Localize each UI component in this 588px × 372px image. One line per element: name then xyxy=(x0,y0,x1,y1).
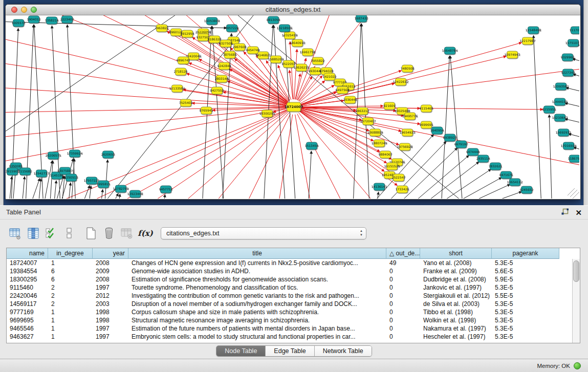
network-node-2036448[interactable]: 2036448 xyxy=(343,96,357,103)
close-panel-icon[interactable]: ✕ xyxy=(575,209,582,217)
right-collapsed-panel[interactable] xyxy=(583,0,588,205)
network-node-9242848[interactable]: 9242848 xyxy=(217,62,231,70)
network-node-7955822[interactable]: 7955822 xyxy=(311,57,325,64)
network-node-8938923[interactable]: 8938923 xyxy=(443,134,457,141)
window-titlebar[interactable]: citations_edges.txt xyxy=(6,5,580,15)
network-node-18807249[interactable]: 18807249 xyxy=(372,140,387,147)
column-header-short[interactable]: short xyxy=(420,248,492,259)
network-node-6497568[interactable]: 6497568 xyxy=(336,86,350,94)
table-settings-icon[interactable]: ⚙ xyxy=(7,226,24,241)
network-node-19654923[interactable]: 19654923 xyxy=(400,129,416,136)
network-node-1250513[interactable]: 1250513 xyxy=(64,174,78,181)
network-node-14136141[interactable]: 14136141 xyxy=(372,183,387,190)
network-node-9329966[interactable]: 9329966 xyxy=(561,54,575,61)
network-node-12942717[interactable]: 12942717 xyxy=(34,170,50,177)
network-node-1640954[interactable]: 1640954 xyxy=(430,127,444,134)
network-node-15720407[interactable]: 15720407 xyxy=(360,118,376,125)
network-node-7857224[interactable]: 7857224 xyxy=(225,25,239,32)
network-node-1904012[interactable]: 1904012 xyxy=(27,16,41,23)
column-header-name[interactable]: name xyxy=(7,248,48,259)
network-node-8813054[interactable]: 8813054 xyxy=(267,16,280,24)
network-node-1005572[interactable]: 1005572 xyxy=(12,19,26,27)
network-node-10974943[interactable]: 10974943 xyxy=(505,51,520,58)
network-node-12923448[interactable]: 12923448 xyxy=(127,190,143,198)
network-node-16053809[interactable]: 16053809 xyxy=(204,17,220,25)
resize-grip-icon[interactable] xyxy=(570,190,577,197)
network-node-16151525[interactable]: 16151525 xyxy=(384,163,400,170)
network-node-20206575[interactable]: 20206575 xyxy=(46,152,61,159)
network-node-2935114[interactable]: 2935114 xyxy=(476,155,490,162)
network-node-15751074[interactable]: 15751074 xyxy=(565,39,579,47)
column-header-pagerank[interactable]: pagerank xyxy=(492,248,559,259)
network-node-16782759[interactable]: 16782759 xyxy=(113,185,129,192)
function-builder-icon[interactable]: f(x) xyxy=(137,226,154,241)
table-row[interactable]: 2242004622012Investigating the contribut… xyxy=(7,292,573,300)
network-node-1117074[interactable]: 1117074 xyxy=(570,27,579,34)
column-header-year[interactable]: year xyxy=(93,248,128,259)
network-node-11548498[interactable]: 11548498 xyxy=(526,27,541,34)
network-node-12093582[interactable]: 12093582 xyxy=(553,83,569,90)
network-node-9699695[interactable]: 9699695 xyxy=(420,121,433,128)
network-node-1513454[interactable]: 1513454 xyxy=(305,142,319,149)
network-node-12444195[interactable]: 12444195 xyxy=(552,98,568,105)
network-node-3915901[interactable]: 3915901 xyxy=(6,168,19,175)
table-selector[interactable]: citations_edges.txt ▲▼ xyxy=(161,227,366,239)
network-node-8912954[interactable]: 8912954 xyxy=(181,30,194,37)
network-node-16961758[interactable]: 16961758 xyxy=(300,49,316,56)
network-node-9457712[interactable]: 9457712 xyxy=(159,186,173,193)
network-node-9115460[interactable]: 9115460 xyxy=(420,105,433,112)
table-row[interactable]: 1938455462009Genome-wide association stu… xyxy=(7,267,573,275)
new-table-icon[interactable] xyxy=(83,226,99,241)
network-node-3875685[interactable]: 3875685 xyxy=(223,51,237,58)
float-window-icon[interactable] xyxy=(561,208,569,218)
scrollbar-thumb[interactable] xyxy=(573,260,579,282)
network-node-18640910[interactable]: 18640910 xyxy=(290,39,306,47)
network-node-2620650[interactable]: 2620650 xyxy=(101,151,115,158)
network-node-17359924[interactable]: 17359924 xyxy=(67,150,83,157)
column-header-in_degree[interactable]: in_degree xyxy=(48,248,93,259)
network-node-12325419[interactable]: 12325419 xyxy=(282,32,298,39)
network-node-821609[interactable]: 821609 xyxy=(384,102,396,110)
network-node-12217987[interactable]: 12217987 xyxy=(520,37,536,45)
table-row[interactable]: 911546021997Tourette syndrome. Phenomeno… xyxy=(7,283,573,292)
network-node-8215955[interactable]: 8215955 xyxy=(542,106,556,113)
network-node-13218506[interactable]: 13218506 xyxy=(277,25,293,32)
network-node-13975887[interactable]: 13975887 xyxy=(57,167,73,174)
network-node-2522547[interactable]: 2522547 xyxy=(392,174,406,181)
network-node-4863212[interactable]: 4863212 xyxy=(356,107,369,115)
network-node-10654112[interactable]: 10654112 xyxy=(507,179,523,186)
network-node-15692931[interactable]: 15692931 xyxy=(556,129,572,136)
network-canvas[interactable]: 7963822896012889129542522605893275058186… xyxy=(6,15,579,199)
network-node-1186753[interactable]: 1186753 xyxy=(568,155,579,162)
network-node-1421022[interactable]: 1421022 xyxy=(323,73,337,80)
network-window[interactable]: citations_edges.txt 79638228960128891295… xyxy=(5,4,581,200)
select-columns-icon[interactable] xyxy=(43,226,59,241)
table-row[interactable]: 946362711997Embryonic stem cells: a mode… xyxy=(7,333,573,341)
tab-node-table[interactable]: Node Table xyxy=(216,346,266,356)
network-node-18300295[interactable]: 18300295 xyxy=(259,110,275,117)
resize-grip-icon[interactable] xyxy=(573,192,579,199)
network-node-16648784[interactable]: 16648784 xyxy=(442,47,458,54)
network-node-9884067[interactable]: 9884067 xyxy=(379,151,393,158)
network-node-16210643[interactable]: 16210643 xyxy=(552,114,568,121)
table-row[interactable]: 1830029562008Estimation of significance … xyxy=(7,275,573,283)
network-node-7525402[interactable]: 7525402 xyxy=(179,99,193,106)
network-node-1687432[interactable]: 1687432 xyxy=(355,15,368,22)
network-node-12133584[interactable]: 12133584 xyxy=(169,85,185,92)
network-node-17016504[interactable]: 17016504 xyxy=(561,142,577,149)
network-node-1358214[interactable]: 1358214 xyxy=(45,17,59,24)
network-node-2803144[interactable]: 2803144 xyxy=(215,75,229,82)
network-node-9896741[interactable]: 9896741 xyxy=(177,57,190,64)
network-node-7480508[interactable]: 7480508 xyxy=(401,65,415,72)
row-pair-icon[interactable] xyxy=(61,226,77,241)
network-node-10688809[interactable]: 10688809 xyxy=(367,129,383,136)
tab-network-table[interactable]: Network Table xyxy=(315,346,372,356)
network-node-2967608[interactable]: 2967608 xyxy=(233,43,247,51)
network-node-9327508[interactable]: 9327508 xyxy=(219,40,233,47)
network-node-9245652[interactable]: 9245652 xyxy=(520,186,534,193)
table-row[interactable]: 946554611997Estimation of the future num… xyxy=(7,324,573,333)
network-node-8427552[interactable]: 8427552 xyxy=(210,87,224,94)
network-node-18724007[interactable]: 18724007 xyxy=(285,102,303,112)
resize-grip-icon[interactable] xyxy=(568,188,575,195)
table-row[interactable]: 1456911722003Disruption of a novel membe… xyxy=(7,300,573,308)
